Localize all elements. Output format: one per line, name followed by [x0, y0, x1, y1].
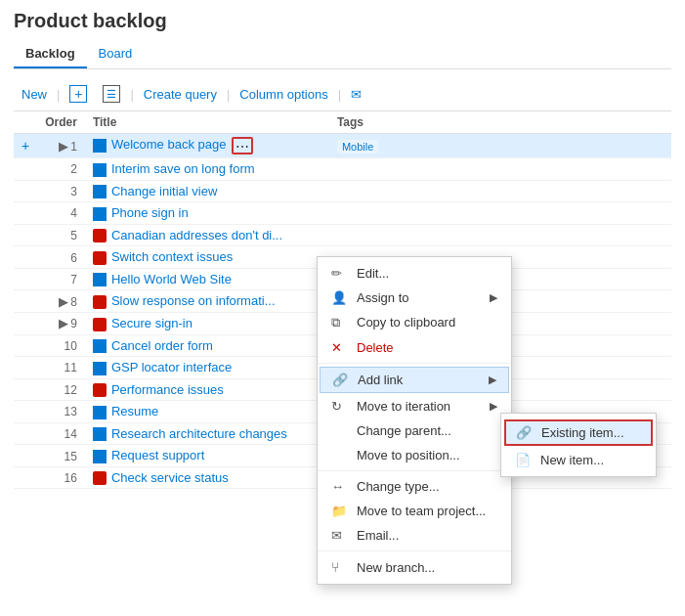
row-title-link[interactable]: Interim save on long form [111, 161, 255, 176]
ctx-move-team[interactable]: 📁Move to team project... [318, 499, 511, 523]
row-title-cell: Switch context issues [85, 246, 329, 269]
ctx-change-type[interactable]: ↔Change type... [318, 474, 511, 499]
row-expand-icon[interactable]: ▶ [59, 139, 68, 154]
col-tags: Tags [329, 111, 671, 134]
submenu-add-link: 🔗 Existing item... 📄 New item... [500, 413, 657, 477]
row-order-cell: 5 [37, 224, 85, 246]
add-icon-button[interactable]: + [62, 81, 95, 107]
create-query-button[interactable]: Create query [136, 83, 225, 106]
row-title-link[interactable]: Phone sign in [111, 205, 189, 220]
row-title-cell: Research architecture changes [85, 422, 329, 445]
email-toolbar-icon: ✉ [351, 87, 362, 102]
submenu-existing-item[interactable]: 🔗 Existing item... [504, 419, 653, 446]
row-add-icon[interactable]: + [21, 138, 29, 154]
row-title-link[interactable]: Switch context issues [111, 249, 233, 264]
row-order-cell: 10 [37, 334, 85, 357]
context-dots-button[interactable]: ⋯ [232, 137, 253, 154]
row-title-link[interactable]: Slow response on informati... [111, 293, 276, 308]
row-title-link[interactable]: Performance issues [111, 382, 224, 397]
row-add-cell [14, 246, 37, 269]
row-number: 13 [64, 405, 77, 418]
ctx-new-branch[interactable]: ⑂New branch... [318, 554, 511, 580]
sep1: | [57, 87, 60, 102]
row-title-cell: GSP locator interface [85, 357, 329, 379]
row-title-link[interactable]: Request support [111, 448, 204, 462]
story-icon [93, 207, 107, 221]
ctx-copy-clipboard[interactable]: ⧉Copy to clipboard [318, 310, 511, 335]
bug-icon [93, 295, 107, 309]
row-title-link[interactable]: GSP locator interface [111, 360, 232, 374]
column-options-button[interactable]: Column options [232, 83, 335, 106]
row-add-cell: + [14, 134, 37, 158]
column-options-label: Column options [239, 87, 327, 102]
copy-icon: ⧉ [331, 315, 349, 330]
ctx-change-parent[interactable]: Change parent... [318, 418, 511, 443]
story-icon [93, 362, 107, 375]
move-iteration-icon: ↻ [331, 399, 349, 414]
row-order-cell: 13 [37, 401, 85, 423]
add-link-arrow: ▶ [489, 374, 496, 386]
row-title-link[interactable]: Resume [111, 404, 158, 418]
assign-icon: 👤 [331, 290, 349, 305]
ctx-email[interactable]: ✉Email... [318, 523, 511, 548]
edit-icon: ✏ [331, 266, 349, 281]
move-team-icon: 📁 [331, 504, 349, 518]
row-title-link[interactable]: Secure sign-in [111, 316, 193, 330]
ctx-assign-to[interactable]: 👤Assign to ▶ [318, 286, 511, 310]
story-icon [93, 406, 107, 419]
row-number: 2 [70, 162, 77, 176]
row-title-cell: Cancel order form [85, 334, 329, 357]
tab-bar: Backlog Board [14, 40, 671, 69]
row-tags-cell [329, 158, 671, 181]
email-icon: ✉ [331, 528, 349, 543]
layout-icon-button[interactable]: ☰ [95, 81, 128, 107]
row-title-link[interactable]: Check service status [111, 470, 229, 485]
tag-badge: Mobile [337, 140, 378, 154]
story-icon [93, 139, 107, 153]
layout-icon: ☰ [103, 85, 120, 103]
row-title-link[interactable]: Cancel order form [111, 338, 213, 353]
row-tags-cell: Mobile [329, 134, 671, 158]
row-number: 4 [70, 206, 77, 220]
row-title-link[interactable]: Welcome back page [111, 137, 227, 152]
row-title-cell: Slow response on informati... [85, 290, 329, 313]
new-button[interactable]: New [14, 83, 55, 106]
tab-board[interactable]: Board [87, 40, 145, 68]
submenu-new-item[interactable]: 📄 New item... [501, 448, 656, 472]
divider2 [318, 470, 511, 471]
row-expand-icon[interactable]: ▶ [59, 294, 68, 309]
ctx-move-position[interactable]: Move to position... [318, 443, 511, 467]
change-type-icon: ↔ [331, 479, 349, 494]
row-title-cell: Canadian addresses don't di... [85, 224, 329, 246]
row-title-link[interactable]: Canadian addresses don't di... [111, 228, 282, 242]
row-title-cell: Check service status [85, 466, 329, 489]
ctx-move-iteration[interactable]: ↻Move to iteration ▶ [318, 394, 511, 418]
row-order-cell: 16 [37, 466, 85, 489]
ctx-add-link[interactable]: 🔗Add link ▶ [320, 367, 509, 393]
ctx-delete[interactable]: ✕Delete [318, 335, 511, 360]
row-add-cell [14, 445, 37, 467]
row-order-cell: ▶1 [37, 134, 85, 158]
row-add-cell [14, 312, 37, 334]
context-menu: ✏Edit... 👤Assign to ▶ ⧉Copy to clipboard… [317, 256, 512, 585]
email-toolbar-button[interactable]: ✉ [343, 83, 369, 106]
row-number: 16 [64, 471, 77, 485]
row-tags-cell [329, 202, 671, 225]
row-title-link[interactable]: Change initial view [111, 184, 217, 198]
row-title-cell: Phone sign in [85, 202, 329, 225]
row-tags-cell [329, 180, 671, 202]
row-order-cell: 7 [37, 268, 85, 290]
row-title-cell: Interim save on long form [85, 158, 329, 181]
row-title-link[interactable]: Research architecture changes [111, 426, 287, 441]
row-expand-icon[interactable]: ▶ [59, 316, 68, 330]
row-title-link[interactable]: Hello World Web Site [111, 272, 232, 286]
row-number: 1 [70, 140, 77, 154]
row-number: 15 [64, 450, 77, 463]
table-row: 4Phone sign in [14, 202, 671, 225]
ctx-edit[interactable]: ✏Edit... [318, 261, 511, 286]
create-query-label: Create query [144, 87, 217, 102]
tab-backlog[interactable]: Backlog [14, 40, 87, 68]
existing-link-icon: 🔗 [516, 425, 534, 440]
row-order-cell: 15 [37, 445, 85, 467]
toolbar: New | + ☰ | Create query | Column option… [14, 77, 671, 111]
